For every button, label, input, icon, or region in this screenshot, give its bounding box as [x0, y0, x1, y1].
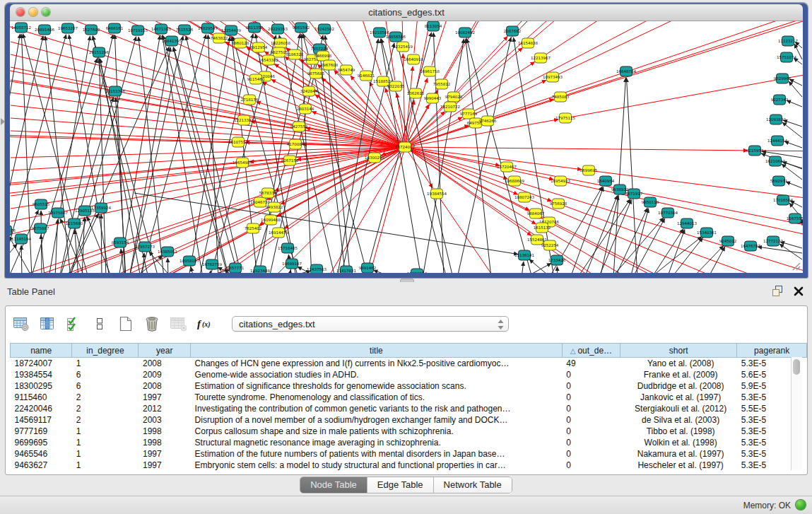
- cell-title[interactable]: Disruption of a novel member of a sodium…: [191, 414, 563, 426]
- tab-node-table[interactable]: Node Table: [300, 477, 367, 493]
- cell-name[interactable]: 9465546: [11, 448, 72, 460]
- cell-title[interactable]: Genome-wide association studies in ADHD.: [191, 369, 563, 380]
- cell-year[interactable]: 2008: [139, 358, 191, 370]
- create-table-icon[interactable]: [117, 315, 134, 332]
- cell-short[interactable]: Hescheler et al. (1997): [620, 460, 737, 471]
- cell-title[interactable]: Investigating the contribution of common…: [191, 403, 563, 414]
- delete-table-icon[interactable]: [143, 315, 160, 332]
- window-titlebar[interactable]: citations_edges.txt: [10, 4, 803, 21]
- table-row[interactable]: 969969511998Structural magnetic resonanc…: [11, 437, 807, 448]
- column-header-short[interactable]: short: [620, 344, 737, 358]
- cell-in_degree[interactable]: 1: [72, 437, 139, 448]
- cell-title[interactable]: Estimation of the future numbers of pati…: [191, 448, 563, 460]
- table-row[interactable]: 1830029562008Estimation of significance …: [11, 380, 807, 392]
- cell-out_degree[interactable]: 0: [562, 403, 620, 414]
- table-selector-dropdown[interactable]: citations_edges.txt: [232, 316, 509, 332]
- cell-out_degree[interactable]: 0: [562, 380, 620, 392]
- table-scrollbar[interactable]: [791, 357, 802, 470]
- column-visibility-icon[interactable]: [39, 315, 56, 332]
- cell-name[interactable]: 22420046: [11, 403, 72, 414]
- cell-year[interactable]: 1998: [139, 437, 191, 448]
- cell-name[interactable]: 9463627: [11, 460, 72, 471]
- cell-in_degree[interactable]: 1: [72, 426, 139, 437]
- cell-year[interactable]: 2009: [139, 369, 191, 380]
- cell-in_degree[interactable]: 2: [72, 414, 139, 426]
- cell-short[interactable]: Nakamura et al. (1997): [620, 448, 737, 460]
- cell-in_degree[interactable]: 2: [72, 403, 139, 414]
- cell-title[interactable]: Embryonic stem cells: a model to study s…: [191, 460, 563, 471]
- cell-in_degree[interactable]: 1: [72, 358, 139, 370]
- column-header-title[interactable]: title: [191, 344, 563, 358]
- cell-name[interactable]: 9777169: [11, 426, 72, 437]
- cell-title[interactable]: Tourette syndrome. Phenomenology and cla…: [191, 392, 563, 403]
- cell-year[interactable]: 2008: [139, 380, 191, 392]
- cell-short[interactable]: de Silva et al. (2003): [620, 414, 737, 426]
- table-row[interactable]: 2242004622012Investigating the contribut…: [11, 403, 807, 414]
- table-settings-icon[interactable]: [13, 315, 30, 332]
- cell-year[interactable]: 1997: [139, 392, 191, 403]
- cell-in_degree[interactable]: 2: [72, 392, 139, 403]
- cell-year[interactable]: 2003: [139, 414, 191, 426]
- cell-name[interactable]: 9115460: [11, 392, 72, 403]
- cell-in_degree[interactable]: 1: [72, 448, 139, 460]
- table-row[interactable]: 946362711997Embryonic stem cells: a mode…: [11, 460, 807, 471]
- tab-network-table[interactable]: Network Table: [433, 477, 512, 493]
- cell-out_degree[interactable]: 49: [562, 358, 620, 370]
- cell-short[interactable]: Stergiakouli et al. (2012): [620, 403, 737, 414]
- selection-mode-icon[interactable]: [65, 315, 82, 332]
- graph-edge: [373, 270, 394, 273]
- cell-year[interactable]: 2012: [139, 403, 191, 414]
- table-row[interactable]: 911546021997Tourette syndrome. Phenomeno…: [11, 392, 807, 403]
- cell-short[interactable]: Dudbridge et al. (2008): [620, 380, 737, 392]
- cell-name[interactable]: 18724007: [11, 358, 72, 370]
- table-scrollbar-thumb[interactable]: [793, 359, 800, 375]
- column-header-name[interactable]: name: [11, 344, 72, 358]
- cell-in_degree[interactable]: 1: [72, 460, 139, 471]
- cell-short[interactable]: Jankovic et al. (1997): [620, 392, 737, 403]
- splitter-collapse-icon[interactable]: [1, 118, 5, 125]
- cell-out_degree[interactable]: 0: [562, 448, 620, 460]
- float-panel-icon[interactable]: [772, 285, 784, 297]
- cell-year[interactable]: 1998: [139, 426, 191, 437]
- cell-title[interactable]: Estimation of significance thresholds fo…: [191, 380, 563, 392]
- function-builder-icon[interactable]: f(x): [196, 315, 213, 332]
- cell-title[interactable]: Changes of HCN gene expression and I(f) …: [191, 358, 563, 370]
- cell-out_degree[interactable]: 0: [562, 392, 620, 403]
- cell-name[interactable]: 19384554: [11, 369, 72, 380]
- close-panel-icon[interactable]: [794, 286, 804, 296]
- cell-title[interactable]: Corpus callosum shape and size in male p…: [191, 426, 563, 437]
- cell-out_degree[interactable]: 0: [562, 426, 620, 437]
- table-row[interactable]: 977716911998Corpus callosum shape and si…: [11, 426, 807, 437]
- resize-grip-icon[interactable]: [792, 262, 801, 271]
- cell-out_degree[interactable]: 0: [562, 369, 620, 380]
- table-row[interactable]: 1938455462009Genome-wide association stu…: [11, 369, 807, 380]
- cell-short[interactable]: Wolkin et al. (1998): [620, 437, 737, 448]
- network-canvas[interactable]: 1405571220891406106532871527602646616110…: [10, 21, 803, 273]
- cell-short[interactable]: Franke et al. (2009): [620, 369, 737, 380]
- cell-short[interactable]: Yano et al. (2008): [620, 358, 737, 370]
- column-header-year[interactable]: year: [139, 344, 191, 358]
- cell-name[interactable]: 14569117: [11, 414, 72, 426]
- cell-in_degree[interactable]: 6: [72, 369, 139, 380]
- cell-out_degree[interactable]: 0: [562, 414, 620, 426]
- cell-name[interactable]: 9699695: [11, 437, 72, 448]
- cell-name[interactable]: 18300295: [11, 380, 72, 392]
- table-row[interactable]: 1456911722003Disruption of a novel membe…: [11, 414, 807, 426]
- table-row[interactable]: 946554611997Estimation of the future num…: [11, 448, 807, 460]
- cell-in_degree[interactable]: 6: [72, 380, 139, 392]
- cell-year[interactable]: 1997: [139, 448, 191, 460]
- cell-title[interactable]: Structural magnetic resonance image aver…: [191, 437, 563, 448]
- tab-edge-table[interactable]: Edge Table: [367, 477, 433, 493]
- row-height-icon[interactable]: [91, 315, 108, 332]
- cell-out_degree[interactable]: 0: [562, 460, 620, 471]
- graph-node-label: 12213383: [234, 118, 254, 122]
- graph-node-label: 1733426: [548, 258, 566, 262]
- graph-edge: [613, 78, 625, 273]
- cell-out_degree[interactable]: 0: [562, 437, 620, 448]
- cell-short[interactable]: Tibbo et al. (1998): [620, 426, 737, 437]
- table-row[interactable]: 1872400712008Changes of HCN gene express…: [11, 358, 807, 370]
- column-header-pagerank[interactable]: pagerank: [737, 344, 807, 358]
- column-header-out_degree[interactable]: △out_de…: [562, 344, 620, 358]
- column-header-in_degree[interactable]: in_degree: [72, 344, 139, 358]
- cell-year[interactable]: 1997: [139, 460, 191, 471]
